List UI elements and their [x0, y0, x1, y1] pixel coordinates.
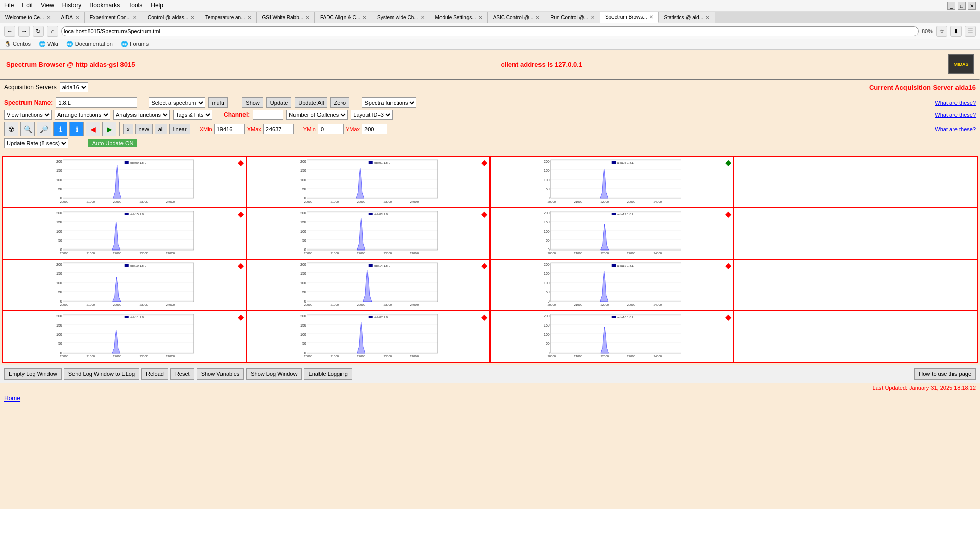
ymin-input[interactable]	[318, 124, 344, 134]
what-are-these-3[interactable]: What are these?	[935, 126, 976, 132]
tags-fits-select[interactable]: Tags & Fits	[173, 110, 212, 120]
bookmark-centos[interactable]: 🐧 Centos	[4, 41, 31, 47]
tab-close-aida[interactable]: ✕	[75, 15, 79, 20]
tab-gsi[interactable]: GSI White Rabb... ✕	[257, 12, 315, 23]
show-button[interactable]: Show	[242, 97, 263, 108]
update-all-button[interactable]: Update All	[295, 97, 327, 108]
tab-close-module[interactable]: ✕	[478, 15, 482, 20]
gallery-cell-12[interactable]: ◆2001501005002000021000220002300024000ai…	[3, 311, 247, 363]
gallery-cell-0[interactable]: ◆2001501005002000021000220002300024000ai…	[3, 157, 247, 208]
analysis-functions-select[interactable]: Analysis functions	[113, 110, 170, 120]
bookmark-docs[interactable]: 🌐 Documentation	[66, 41, 113, 47]
bookmark-wiki[interactable]: 🌐 Wiki	[39, 41, 58, 47]
zero-button[interactable]: Zero	[330, 97, 349, 108]
tab-close-run[interactable]: ✕	[591, 15, 595, 20]
select-spectrum-dropdown[interactable]: Select a spectrum	[149, 97, 205, 108]
home-link[interactable]: Home	[0, 393, 980, 404]
bookmark-forums[interactable]: 🌐 Forums	[121, 41, 149, 47]
tab-spectrum-browser[interactable]: Spectrum Brows... ✕	[600, 12, 659, 23]
tab-close-statistics[interactable]: ✕	[705, 15, 709, 20]
number-of-galleries-select[interactable]: Number of Galleries	[286, 110, 348, 120]
tab-control-aidas[interactable]: Control @ aidas... ✕	[142, 12, 200, 23]
x-button[interactable]: x	[123, 124, 133, 134]
tab-close-experiment[interactable]: ✕	[133, 15, 137, 20]
enable-logging-button[interactable]: Enable Logging	[304, 368, 352, 380]
multi-button[interactable]: multi	[208, 97, 227, 108]
empty-log-button[interactable]: Empty Log Window	[4, 368, 62, 380]
reset-button[interactable]: Reset	[170, 368, 194, 380]
menu-button[interactable]: ☰	[965, 26, 976, 37]
tab-close-system[interactable]: ✕	[421, 15, 425, 20]
home-nav-button[interactable]: ⌂	[47, 26, 58, 37]
what-are-these-2[interactable]: What are these?	[935, 112, 976, 118]
arrange-functions-select[interactable]: Arrange functions	[55, 110, 110, 120]
all-button[interactable]: all	[155, 124, 167, 134]
tab-asic[interactable]: ASIC Control @... ✕	[488, 12, 546, 23]
new-button[interactable]: new	[135, 124, 153, 134]
spectra-functions-select[interactable]: Spectra functions	[362, 97, 416, 108]
tab-close-fadc[interactable]: ✕	[362, 15, 366, 20]
auto-update-button[interactable]: Auto Update ON	[88, 139, 138, 147]
linear-button[interactable]: linear	[169, 124, 190, 134]
gallery-cell-15[interactable]	[734, 311, 978, 363]
radiation-icon-btn[interactable]: ☢	[4, 122, 18, 136]
menu-history[interactable]: History	[62, 2, 81, 10]
menu-help[interactable]: Help	[151, 2, 163, 10]
info2-icon-btn[interactable]: ℹ	[69, 122, 84, 136]
gallery-cell-8[interactable]: ◆2001501005002000021000220002300024000ai…	[3, 260, 247, 311]
what-are-these-1[interactable]: What are these?	[935, 99, 976, 106]
tab-close-control[interactable]: ✕	[190, 15, 194, 20]
ymax-input[interactable]	[362, 124, 387, 134]
menu-edit[interactable]: Edit	[22, 2, 33, 10]
menu-tools[interactable]: Tools	[128, 2, 142, 10]
minimize-button[interactable]: _	[947, 2, 955, 10]
zoom-out-icon-btn[interactable]: 🔎	[37, 122, 51, 136]
gallery-cell-3[interactable]	[734, 157, 978, 208]
maximize-button[interactable]: □	[958, 2, 966, 10]
send-log-button[interactable]: Send Log Window to ELog	[64, 368, 139, 380]
update-button[interactable]: Update	[266, 97, 291, 108]
gallery-cell-7[interactable]	[734, 208, 978, 260]
update-rate-select[interactable]: Update Rate (8 secs)	[4, 138, 68, 148]
zoom-icon-btn[interactable]: 🔍	[20, 122, 35, 136]
tab-close-temperature[interactable]: ✕	[247, 15, 251, 20]
show-variables-button[interactable]: Show Variables	[197, 368, 244, 380]
gallery-cell-6[interactable]: ◆2001501005002000021000220002300024000ai…	[491, 208, 734, 260]
tab-close-gsi[interactable]: ✕	[305, 15, 309, 20]
gallery-cell-13[interactable]: ◆2001501005002000021000220002300024000ai…	[247, 311, 491, 363]
back-icon-btn[interactable]: ◀	[86, 122, 100, 136]
back-button[interactable]: ←	[4, 26, 15, 37]
tab-system[interactable]: System wide Ch... ✕	[372, 12, 430, 23]
gallery-cell-2[interactable]: ◆2001501005002000021000220002300024000ai…	[491, 157, 734, 208]
gallery-cell-4[interactable]: ◆2001501005002000021000220002300024000ai…	[3, 208, 247, 260]
spectrum-name-input[interactable]	[56, 97, 137, 108]
tab-statistics[interactable]: Statistics @ aid... ✕	[659, 12, 715, 23]
tab-close-spectrum[interactable]: ✕	[649, 14, 653, 20]
close-button[interactable]: ✕	[968, 2, 976, 10]
download-button[interactable]: ⬇	[950, 26, 962, 37]
address-input[interactable]	[61, 26, 919, 36]
info-icon-btn[interactable]: ℹ	[53, 122, 67, 136]
reload-button[interactable]: Reload	[141, 368, 168, 380]
forward-button[interactable]: →	[18, 26, 30, 37]
tab-run-control[interactable]: Run Control @... ✕	[545, 12, 600, 23]
gallery-cell-14[interactable]: ◆2001501005002000021000220002300024000ai…	[491, 311, 734, 363]
tab-temperature[interactable]: Temperature an... ✕	[200, 12, 257, 23]
view-functions-select[interactable]: View functions	[4, 110, 52, 120]
menu-bookmarks[interactable]: Bookmarks	[89, 2, 120, 10]
tab-welcome[interactable]: Welcome to Ce... ✕	[0, 12, 56, 23]
tab-experiment[interactable]: Experiment Con... ✕	[85, 12, 142, 23]
layout-id-select[interactable]: Layout ID=3	[351, 110, 393, 120]
forward-icon-btn[interactable]: ▶	[102, 122, 116, 136]
gallery-cell-5[interactable]: ◆2001501005002000021000220002300024000ai…	[247, 208, 491, 260]
acquisition-server-select[interactable]: aida16	[60, 82, 88, 92]
xmax-input[interactable]	[263, 124, 294, 134]
bookmark-star[interactable]: ☆	[936, 26, 947, 37]
channel-input[interactable]	[253, 110, 283, 120]
tab-module[interactable]: Module Settings... ✕	[430, 12, 488, 23]
tab-close-welcome[interactable]: ✕	[46, 15, 51, 20]
gallery-cell-9[interactable]: ◆2001501005002000021000220002300024000ai…	[247, 260, 491, 311]
menu-file[interactable]: File	[4, 2, 14, 10]
tab-fadc[interactable]: FADC Align & C... ✕	[315, 12, 372, 23]
gallery-cell-1[interactable]: ◆2001501005002000021000220002300024000ai…	[247, 157, 491, 208]
